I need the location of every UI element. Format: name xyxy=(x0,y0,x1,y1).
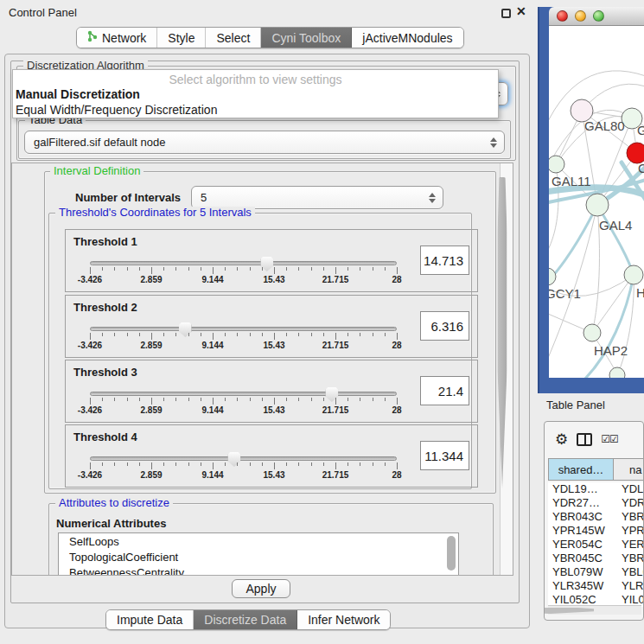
column-header-name[interactable]: na xyxy=(614,458,644,481)
float-window-icon[interactable] xyxy=(501,9,511,18)
network-node-h[interactable] xyxy=(624,265,643,284)
cell: YBL0 xyxy=(614,565,644,579)
tab-cyni-toolbox[interactable]: Cyni Toolbox xyxy=(261,28,352,48)
threshold-4-slider[interactable]: -3.4262.8599.14415.4321.71528 xyxy=(90,456,397,481)
table-horizontal-scrollbar[interactable] xyxy=(548,605,641,615)
scrollbar-thumb[interactable] xyxy=(498,177,507,488)
network-canvas[interactable]: GAL80 G C GAL11 GAL4 GCY1 H HAP2 xyxy=(549,26,644,378)
cell: YLR345W xyxy=(548,579,614,593)
table-row[interactable]: YER054C YER0 xyxy=(548,538,644,552)
slider-scale-labels: -3.4262.8599.14415.4321.71528 xyxy=(90,405,397,416)
tab-select-label: Select xyxy=(216,31,250,45)
threshold-1-box: Threshold 1 -3.4262.8599.14415.4321.7152… xyxy=(65,229,478,292)
slider-track[interactable] xyxy=(90,392,397,396)
attributes-group-title: Attributes to discretize xyxy=(55,497,173,509)
cell: YDR27… xyxy=(548,496,614,510)
network-node-gal4[interactable] xyxy=(586,194,609,216)
threshold-3-label: Threshold 3 xyxy=(73,366,137,379)
cell: YBR0 xyxy=(614,510,644,524)
threshold-3-value-field[interactable]: 21.4 xyxy=(420,376,469,405)
table-data-combobox[interactable]: galFiltered.sif default node xyxy=(24,131,505,154)
bottom-tab-bar: Impute Data Discretize Data Infer Networ… xyxy=(105,609,391,630)
node-label: H xyxy=(636,285,644,300)
threshold-3-slider[interactable]: -3.4262.8599.14415.4321.71528 xyxy=(90,392,397,416)
table-row[interactable]: YLR345W YLR3 xyxy=(548,579,644,593)
table-toolbar: ⚙ ☑☑ xyxy=(545,422,643,456)
apply-button[interactable]: Apply xyxy=(232,579,290,598)
table-panel-title: Table Panel xyxy=(546,399,605,411)
tab-jactivemnodules[interactable]: jActiveMNodules xyxy=(352,28,462,48)
threshold-2-value-field[interactable]: 6.316 xyxy=(420,311,469,341)
close-traffic-light-icon[interactable] xyxy=(557,10,568,22)
table-body: YDL19… YDL1 YDR27… YDR2 YBR043C YBR0 YPR… xyxy=(548,482,644,607)
node-label: G xyxy=(637,123,644,137)
table-row[interactable]: YBR043C YBR0 xyxy=(548,510,644,524)
gear-icon[interactable]: ⚙ xyxy=(555,432,568,447)
number-of-intervals-value: 5 xyxy=(201,191,207,204)
cell: YDR2 xyxy=(614,496,644,510)
threshold-1-slider[interactable]: -3.4262.8599.14415.4321.71528 xyxy=(90,261,397,285)
list-scrollbar[interactable] xyxy=(447,536,456,571)
checkbox-filter-icons[interactable]: ☑☑ xyxy=(601,433,618,445)
dropdown-option-equal-width-frequency[interactable]: Equal Width/Frequency Discretization xyxy=(13,102,498,118)
zoom-traffic-light-icon[interactable] xyxy=(593,10,604,22)
threshold-2-slider[interactable]: -3.4262.8599.14415.4321.71528 xyxy=(90,327,397,351)
split-columns-icon[interactable] xyxy=(577,433,592,446)
tab-select[interactable]: Select xyxy=(206,28,261,48)
slider-scale-labels: -3.4262.8599.14415.4321.71528 xyxy=(90,341,397,351)
threshold-4-label: Threshold 4 xyxy=(73,430,137,443)
column-header-shared-name[interactable]: shared… xyxy=(548,458,614,481)
tab-network[interactable]: Network xyxy=(77,28,157,48)
network-window-titlebar[interactable] xyxy=(549,7,644,26)
table-row[interactable]: YBL079W YBL0 xyxy=(548,565,644,579)
cell: YBR0 xyxy=(614,552,644,565)
slider-ticks xyxy=(90,398,397,405)
dropdown-option-manual-discretization[interactable]: Manual Discretization xyxy=(13,86,498,102)
network-node-gcy1[interactable] xyxy=(549,268,556,285)
list-item[interactable]: SelfLoops xyxy=(59,533,458,549)
settings-vertical-scrollbar[interactable] xyxy=(500,163,513,575)
table-row[interactable]: YPR145W YPR1 xyxy=(548,524,644,538)
close-icon[interactable]: ✕ xyxy=(516,4,526,18)
interval-definition-title: Interval Definition xyxy=(50,165,143,177)
cell: YER054C xyxy=(548,538,614,552)
combo-arrows-icon xyxy=(429,193,436,203)
list-item[interactable]: BetweennessCentrality xyxy=(59,564,458,576)
slider-scale-labels: -3.4262.8599.14415.4321.71528 xyxy=(90,470,397,481)
list-item[interactable]: TopologicalCoefficient xyxy=(59,549,458,564)
tab-discretize-data-label: Discretize Data xyxy=(204,613,286,627)
slider-scale-labels: -3.4262.8599.14415.4321.71528 xyxy=(90,275,397,285)
tab-impute-data[interactable]: Impute Data xyxy=(106,610,194,629)
table-data-selected-value: galFiltered.sif default node xyxy=(34,136,165,149)
tab-infer-network[interactable]: Infer Network xyxy=(297,610,390,629)
slider-track[interactable] xyxy=(90,327,397,331)
threshold-1-value-field[interactable]: 14.713 xyxy=(420,245,469,275)
network-node-hap2[interactable] xyxy=(583,324,601,341)
numerical-attributes-list[interactable]: SelfLoops TopologicalCoefficient Between… xyxy=(58,532,459,576)
table-row[interactable]: YBR045C YBR0 xyxy=(548,552,644,565)
slider-track[interactable] xyxy=(90,456,397,461)
table-row[interactable]: YDR27… YDR2 xyxy=(548,496,644,510)
cell: YER0 xyxy=(614,538,644,552)
minimize-traffic-light-icon[interactable] xyxy=(575,10,586,22)
scrollbar-thumb[interactable] xyxy=(544,608,594,614)
table-panel: ⚙ ☑☑ shared… na YDL19… YDL1 YDR27… YDR2 … xyxy=(544,421,644,621)
tab-discretize-data[interactable]: Discretize Data xyxy=(194,610,297,629)
algorithm-dropdown-popup: Select algorithm to view settings Manual… xyxy=(12,69,499,118)
top-tab-bar: Network Style Select Cyni Toolbox jActiv… xyxy=(76,27,464,48)
node-label: GAL11 xyxy=(552,174,591,188)
combo-arrows-icon xyxy=(490,137,497,148)
network-node-partial[interactable] xyxy=(609,367,625,378)
table-row[interactable]: YDL19… YDL1 xyxy=(548,482,644,496)
tab-style[interactable]: Style xyxy=(157,28,206,48)
cell: YBR045C xyxy=(548,552,614,565)
tab-infer-network-label: Infer Network xyxy=(308,613,379,627)
numerical-attributes-label: Numerical Attributes xyxy=(56,517,166,530)
tab-network-label: Network xyxy=(102,31,146,45)
slider-track[interactable] xyxy=(90,261,397,265)
node-label: HAP2 xyxy=(594,343,628,358)
threshold-4-value-field[interactable]: 11.344 xyxy=(420,441,469,470)
cell: YPR145W xyxy=(548,524,614,538)
network-node-gal11[interactable] xyxy=(549,156,564,173)
network-icon xyxy=(87,30,98,45)
